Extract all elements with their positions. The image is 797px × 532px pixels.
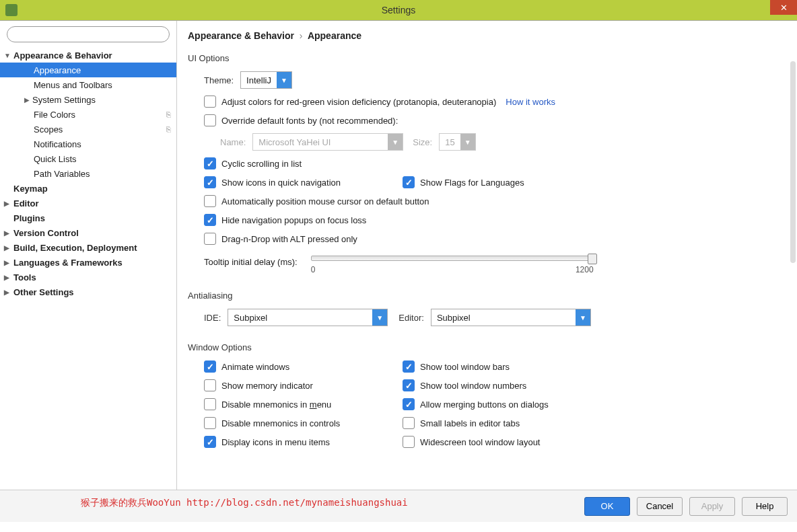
tree-item-label: Plugins [13, 213, 45, 223]
small-labels-checkbox[interactable] [403, 417, 415, 429]
adjust-colors-checkbox[interactable] [204, 96, 216, 108]
tree-item-file-colors[interactable]: File Colors⎘ [0, 107, 176, 122]
ui-options-heading: UI Options [188, 53, 784, 63]
scrollbar[interactable] [790, 61, 796, 263]
override-fonts-checkbox[interactable] [204, 114, 216, 126]
show-memory-label: Show memory indicator [221, 381, 313, 391]
show-icons-nav-label: Show icons in quick navigation [221, 178, 341, 188]
animate-checkbox[interactable] [204, 360, 216, 373]
animate-label: Animate windows [221, 362, 289, 372]
ok-button[interactable]: OK [584, 497, 630, 516]
hide-nav-label: Hide navigation popups on focus loss [221, 215, 366, 225]
widescreen-checkbox[interactable] [403, 436, 415, 448]
cancel-button[interactable]: Cancel [637, 497, 683, 516]
tree-item-label: Keymap [13, 184, 48, 194]
disable-mnem-menu-checkbox[interactable] [204, 398, 216, 410]
chevron-down-icon: ▼ [388, 134, 403, 150]
tree-item-label: Scopes [34, 124, 63, 135]
tree-item-plugins[interactable]: Plugins [0, 211, 176, 225]
chevron-down-icon: ▼ [372, 309, 387, 326]
disable-mnem-menu-label: Disable mnemonics in menu [221, 400, 331, 410]
show-memory-checkbox[interactable] [204, 379, 216, 391]
drag-drop-checkbox[interactable] [204, 233, 216, 245]
tree-item-tools[interactable]: ▶Tools [0, 270, 176, 284]
close-button[interactable]: ✕ [770, 0, 797, 15]
tree-item-label: Version Control [13, 228, 79, 238]
tree-arrow-icon: ▶ [4, 289, 13, 296]
tree-item-appearance-behavior[interactable]: ▼Appearance & Behavior [0, 48, 176, 63]
tree-item-menus-and-toolbars[interactable]: Menus and Toolbars [0, 77, 176, 92]
how-it-works-link[interactable]: How it works [506, 97, 555, 107]
tree-item-version-control[interactable]: ▶Version Control [0, 225, 176, 240]
disable-mnem-ctrl-label: Disable mnemonics in controls [221, 418, 340, 428]
tree-item-label: Tools [13, 272, 36, 282]
show-numbers-label: Show tool window numbers [420, 381, 526, 391]
tree-arrow-icon: ▶ [4, 244, 13, 252]
auto-cursor-label: Automatically position mouse cursor on d… [221, 196, 429, 206]
widescreen-label: Widescreen tool window layout [420, 437, 540, 447]
breadcrumb-current: Appearance [308, 30, 361, 41]
small-labels-label: Small labels in editor tabs [420, 418, 520, 428]
slider-thumb[interactable] [588, 254, 597, 264]
hide-nav-checkbox[interactable] [204, 214, 216, 226]
tree-arrow-icon: ▶ [4, 259, 13, 266]
tree-item-appearance[interactable]: Appearance [0, 63, 176, 77]
adjust-colors-label: Adjust colors for red-green vision defic… [221, 97, 496, 107]
chevron-down-icon: ▼ [576, 309, 590, 326]
show-flags-label: Show Flags for Languages [420, 178, 524, 188]
slider-min: 0 [311, 265, 316, 274]
breadcrumb: Appearance & Behavior › Appearance [188, 30, 784, 41]
tree-item-system-settings[interactable]: ▶System Settings [0, 92, 176, 107]
settings-tree: ▼Appearance & BehaviorAppearanceMenus an… [0, 48, 176, 490]
tree-item-label: Languages & Frameworks [13, 258, 123, 268]
theme-select[interactable]: IntelliJ ▼ [240, 71, 292, 89]
disable-mnem-ctrl-checkbox[interactable] [204, 417, 216, 429]
display-icons-label: Display icons in menu items [221, 437, 330, 447]
chevron-down-icon: ▼ [460, 134, 475, 150]
show-flags-checkbox[interactable] [403, 176, 415, 188]
auto-cursor-checkbox[interactable] [204, 195, 216, 207]
tree-item-languages-frameworks[interactable]: ▶Languages & Frameworks [0, 255, 176, 270]
allow-merging-checkbox[interactable] [403, 398, 415, 410]
tree-item-label: Quick Lists [34, 154, 77, 164]
show-icons-nav-checkbox[interactable] [204, 176, 216, 188]
breadcrumb-parent: Appearance & Behavior [188, 30, 294, 41]
display-icons-checkbox[interactable] [204, 436, 216, 448]
chevron-down-icon: ▼ [277, 72, 291, 88]
aa-editor-select[interactable]: Subpixel▼ [431, 309, 591, 326]
tree-item-scopes[interactable]: Scopes⎘ [0, 122, 176, 137]
copy-icon: ⎘ [166, 110, 171, 118]
cyclic-label: Cyclic scrolling in list [221, 159, 302, 169]
tree-item-label: Appearance & Behavior [13, 50, 112, 61]
font-size-label: Size: [413, 137, 432, 147]
tree-item-path-variables[interactable]: Path Variables [0, 166, 176, 181]
tree-item-label: System Settings [32, 95, 96, 105]
show-toolbars-checkbox[interactable] [403, 360, 415, 373]
help-button[interactable]: Help [742, 497, 788, 516]
show-toolbars-label: Show tool window bars [420, 362, 510, 372]
cyclic-checkbox[interactable] [204, 157, 216, 169]
tree-item-build-execution-deployment[interactable]: ▶Build, Execution, Deployment [0, 240, 176, 255]
window-title: Settings [382, 5, 416, 15]
tree-item-label: Notifications [34, 139, 81, 149]
tree-item-notifications[interactable]: Notifications [0, 137, 176, 151]
main-panel: Appearance & Behavior › Appearance UI Op… [177, 21, 797, 490]
tree-item-keymap[interactable]: Keymap [0, 181, 176, 196]
tree-item-editor[interactable]: ▶Editor [0, 196, 176, 211]
tree-item-label: Appearance [34, 65, 81, 75]
show-numbers-checkbox[interactable] [403, 379, 415, 391]
tree-item-label: Other Settings [13, 287, 74, 297]
tree-arrow-icon: ▼ [4, 52, 13, 59]
tree-item-quick-lists[interactable]: Quick Lists [0, 151, 176, 166]
tree-item-label: Menus and Toolbars [34, 80, 112, 90]
tree-item-other-settings[interactable]: ▶Other Settings [0, 284, 176, 299]
tree-item-label: File Colors [34, 110, 75, 120]
search-input[interactable] [7, 26, 170, 42]
aa-ide-select[interactable]: Subpixel▼ [228, 309, 388, 326]
tooltip-delay-label: Tooltip initial delay (ms): [204, 257, 298, 267]
font-size-select: 15 ▼ [439, 133, 475, 151]
tree-item-label: Build, Execution, Deployment [13, 243, 137, 253]
theme-label: Theme: [204, 75, 234, 85]
tooltip-delay-slider[interactable] [311, 256, 594, 261]
apply-button[interactable]: Apply [689, 497, 735, 516]
